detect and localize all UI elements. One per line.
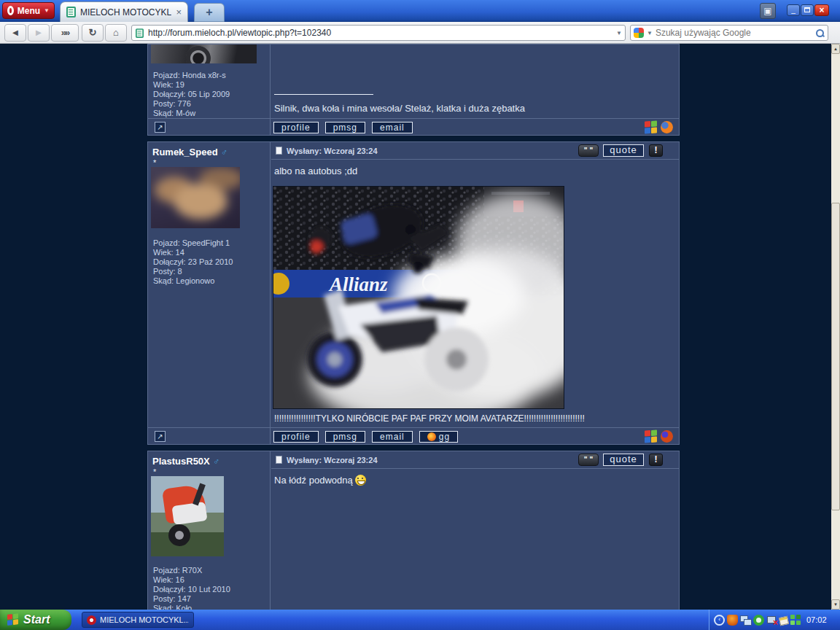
- profile-button[interactable]: profile: [273, 431, 319, 443]
- closed-tabs-trash-button[interactable]: ▣: [760, 3, 776, 19]
- post3-userinfo: Pojazd: R70X Wiek: 16 Dołączył: 10 Lut 2…: [153, 566, 230, 610]
- page-viewport: Pojazd: Honda x8r-s Wiek: 19 Dołączył: 0…: [0, 44, 831, 610]
- search-bar[interactable]: ▼: [630, 25, 828, 41]
- windows-flag-icon: [7, 613, 19, 626]
- gg-button[interactable]: gg: [419, 431, 458, 443]
- forum-post-2: Rumek_Speed ♂ * Pojazd: SpeedFight 1 Wie…: [147, 141, 680, 445]
- window-titlebar: Menu ▼ MIELOCH MOTOCYKLE - ... × + ▣ _ ×: [0, 0, 840, 22]
- post2-username[interactable]: Rumek_Speed: [152, 147, 218, 158]
- user-field: Wiek: 16: [153, 575, 230, 585]
- start-label: Start: [23, 613, 50, 626]
- tray-chevron-icon[interactable]: ‹: [714, 615, 725, 626]
- tray-antivirus-icon[interactable]: [753, 615, 764, 626]
- post2-posted: Wysłany: Wczoraj 23:24: [287, 147, 378, 155]
- user-field: Skąd: Koło: [153, 604, 230, 610]
- forward-button[interactable]: ►: [28, 24, 50, 42]
- windows-os-icon: [645, 120, 657, 133]
- post3-username[interactable]: PlastusR50X: [152, 456, 210, 467]
- post1-signature: Silnik, dwa koła i mina wesoła/ Stelaż, …: [274, 103, 525, 114]
- tab-close-icon[interactable]: ×: [176, 7, 182, 18]
- forum-post-3: PlastusR50X ♂ * Pojazd: R70X Wiek: 16 Do…: [147, 451, 680, 610]
- fast-forward-button[interactable]: »»: [51, 24, 79, 42]
- user-field: Posty: 8: [153, 267, 233, 276]
- tray-notes-icon[interactable]: [779, 615, 789, 625]
- gg-label: gg: [439, 432, 450, 442]
- user-field: Wiek: 14: [153, 248, 233, 257]
- chevron-down-icon: ▼: [44, 7, 50, 14]
- tray-network-computers-icon[interactable]: [740, 615, 751, 626]
- pmsg-button[interactable]: pmsg: [325, 431, 365, 443]
- post2-userinfo: Pojazd: SpeedFight 1 Wiek: 14 Dołączył: …: [153, 238, 233, 286]
- firefox-browser-icon: [661, 121, 673, 133]
- post2-body: albo na autobus ;dd: [274, 166, 357, 176]
- report-button[interactable]: !: [649, 144, 663, 157]
- post2-action-row: ↗ profile pmsg email gg: [148, 427, 679, 444]
- back-to-top-icon[interactable]: ↗: [155, 431, 166, 442]
- multiquote-button[interactable]: " ": [578, 454, 599, 466]
- forum-post-1: Pojazd: Honda x8r-s Wiek: 19 Dołączył: 0…: [147, 44, 680, 136]
- post2-photo-burnout[interactable]: Allianz: [273, 186, 564, 409]
- browser-tab[interactable]: MIELOCH MOTOCYKLE - ... ×: [60, 1, 188, 22]
- email-button[interactable]: email: [372, 122, 413, 133]
- user-field: Pojazd: Honda x8r-s: [153, 71, 230, 80]
- scrollbar-thumb[interactable]: [831, 203, 840, 510]
- user-field: Pojazd: R70X: [153, 566, 230, 575]
- user-field: Pojazd: SpeedFight 1: [153, 238, 233, 248]
- address-input[interactable]: [148, 28, 612, 38]
- quote-button[interactable]: quote: [603, 454, 644, 466]
- post1-avatar: [151, 44, 257, 63]
- browser-toolbar: ◄ ► »» ↻ ⌂ ▼ ▼: [0, 22, 840, 44]
- menu-label: Menu: [18, 6, 40, 16]
- tray-shield-icon[interactable]: [727, 615, 738, 626]
- multiquote-button[interactable]: " ": [578, 144, 599, 157]
- user-field: Dołączył: 10 Lut 2010: [153, 585, 230, 594]
- quote-button[interactable]: quote: [603, 144, 644, 157]
- report-button[interactable]: !: [649, 454, 663, 466]
- post2-avatar: [151, 167, 240, 228]
- post2-rank-stars: *: [153, 158, 156, 167]
- tray-network-disconnected-icon[interactable]: [766, 615, 777, 626]
- address-dropdown-icon[interactable]: ▼: [616, 30, 622, 36]
- post2-caption: !!!!!!!!!!!!!!!!!TYLKO NIRÓBCIE PAF PAF …: [274, 413, 585, 424]
- tray-green-grid-icon[interactable]: [790, 615, 801, 626]
- user-field: Posty: 147: [153, 594, 230, 604]
- windows-os-icon: [645, 429, 657, 443]
- email-button[interactable]: email: [372, 431, 413, 443]
- minimize-button[interactable]: _: [787, 4, 800, 16]
- home-button[interactable]: ⌂: [105, 24, 127, 42]
- start-button[interactable]: Start: [0, 610, 71, 630]
- address-bar[interactable]: ▼: [131, 25, 626, 41]
- post3-header: Wysłany: Wczoraj 23:24 " " quote !: [271, 451, 679, 469]
- close-button[interactable]: ×: [814, 4, 829, 16]
- new-tab-button[interactable]: +: [194, 3, 225, 22]
- post-page-icon: [276, 456, 282, 464]
- vertical-scrollbar[interactable]: ▲ ▼: [831, 44, 840, 610]
- back-button[interactable]: ◄: [4, 24, 26, 42]
- pmsg-button[interactable]: pmsg: [325, 122, 365, 133]
- opera-menu-button[interactable]: Menu ▼: [2, 2, 55, 19]
- search-input[interactable]: [656, 28, 812, 38]
- user-field: Skąd: M-ów: [153, 109, 230, 118]
- scroll-up-icon[interactable]: ▲: [831, 44, 840, 54]
- post2-header: Wysłany: Wczoraj 23:24 " " quote !: [271, 142, 679, 160]
- back-to-top-icon[interactable]: ↗: [155, 122, 166, 133]
- male-gender-icon: ♂: [221, 147, 228, 158]
- scroll-down-icon[interactable]: ▼: [831, 599, 840, 610]
- male-gender-icon: ♂: [213, 456, 219, 467]
- restore-button[interactable]: [801, 4, 814, 16]
- page-favicon: [66, 7, 76, 18]
- search-engine-dropdown-icon[interactable]: ▼: [647, 30, 653, 36]
- taskbar-clock: 07:02: [806, 615, 827, 624]
- post3-posted: Wysłany: Wczoraj 23:24: [287, 456, 378, 464]
- reload-button[interactable]: ↻: [82, 24, 104, 42]
- search-icon[interactable]: [815, 28, 825, 38]
- profile-button[interactable]: profile: [273, 122, 319, 133]
- taskbar: Start MIELOCH MOTOCYKL... ‹ 07:02: [0, 610, 840, 630]
- post1-userinfo: Pojazd: Honda x8r-s Wiek: 19 Dołączył: 0…: [153, 71, 230, 118]
- tab-title: MIELOCH MOTOCYKLE - ...: [80, 7, 171, 18]
- post1-action-row: ↗ profile pmsg email: [148, 118, 679, 135]
- taskbar-task-opera[interactable]: MIELOCH MOTOCYKL...: [82, 612, 194, 628]
- post3-rank-stars: *: [153, 467, 156, 476]
- grin-smiley-icon: [355, 475, 366, 486]
- browser-icon: [661, 430, 673, 443]
